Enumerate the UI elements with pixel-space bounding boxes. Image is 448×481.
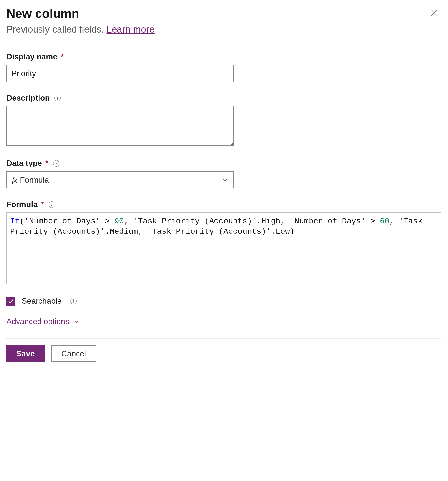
display-name-field: Display name* (6, 52, 441, 82)
info-icon[interactable]: i (53, 160, 59, 167)
chevron-down-icon (222, 177, 228, 183)
panel-subtitle: Previously called fields. Learn more (6, 24, 155, 35)
info-icon[interactable]: i (70, 298, 77, 304)
panel-header: New column Previously called fields. Lea… (6, 6, 441, 52)
searchable-row: Searchable i (6, 296, 441, 306)
description-input[interactable] (6, 106, 234, 146)
required-indicator: * (45, 159, 48, 168)
searchable-checkbox[interactable] (6, 297, 15, 306)
description-label: Description (6, 93, 50, 103)
formula-icon: fx (12, 175, 17, 185)
cancel-button[interactable]: Cancel (51, 345, 97, 362)
data-type-select[interactable]: fx Formula (6, 171, 234, 188)
new-column-panel: New column Previously called fields. Lea… (6, 6, 441, 372)
data-type-value: Formula (20, 175, 49, 185)
advanced-options-label: Advanced options (6, 317, 69, 326)
panel-title: New column (6, 6, 155, 21)
description-field: Description i (6, 93, 441, 147)
info-icon[interactable]: i (49, 201, 55, 208)
info-icon[interactable]: i (54, 95, 61, 101)
required-indicator: * (41, 200, 44, 209)
chevron-down-icon (73, 318, 79, 325)
formula-field: Formula* i If('Number of Days' > 90, 'Ta… (6, 200, 441, 284)
display-name-input[interactable] (6, 65, 234, 82)
save-button[interactable]: Save (6, 345, 45, 362)
searchable-label: Searchable (22, 296, 62, 306)
learn-more-link[interactable]: Learn more (107, 24, 155, 35)
checkmark-icon (8, 298, 14, 304)
data-type-label: Data type (6, 159, 42, 168)
display-name-label: Display name (6, 52, 57, 61)
close-button[interactable] (428, 6, 441, 19)
advanced-options-toggle[interactable]: Advanced options (6, 317, 441, 326)
data-type-field: Data type* i fx Formula (6, 159, 441, 188)
required-indicator: * (61, 52, 64, 61)
close-icon (430, 8, 439, 17)
formula-label: Formula (6, 200, 38, 209)
panel-footer: Save Cancel (6, 338, 441, 372)
formula-input[interactable]: If('Number of Days' > 90, 'Task Priority… (6, 212, 441, 284)
